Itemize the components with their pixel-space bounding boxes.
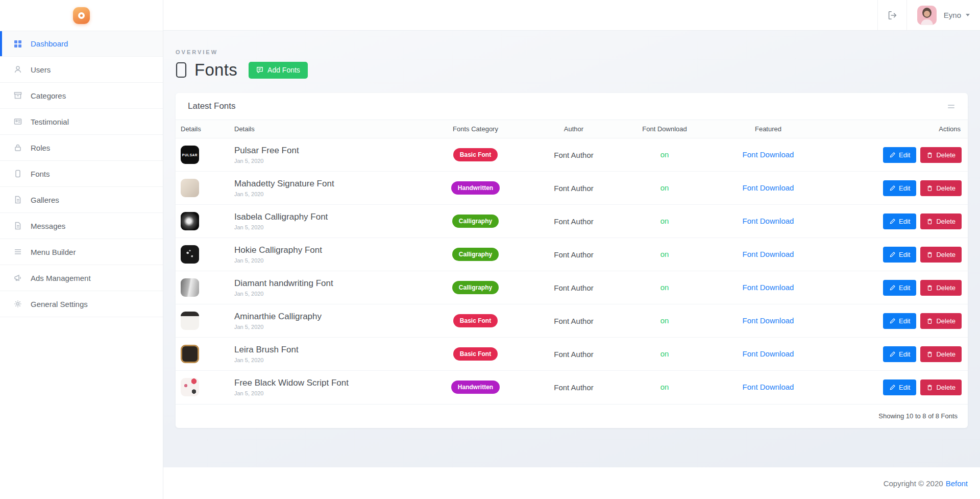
sidebar-item-fonts[interactable]: Fonts — [0, 161, 163, 187]
sidebar-item-galleres[interactable]: Galleres — [0, 187, 163, 213]
pulsar-thumbnail: PULSAR — [181, 146, 199, 164]
download-status: on — [660, 383, 669, 391]
download-status: on — [660, 349, 669, 358]
column-header-details-2: Details — [234, 120, 410, 138]
sidebar-item-general-settings[interactable]: General Settings — [0, 291, 163, 317]
sidebar-item-messages[interactable]: Messages — [0, 213, 163, 239]
sidebar-item-dashboard[interactable]: Dashboard — [0, 31, 163, 57]
font-title: Pulsar Free Font — [234, 146, 410, 156]
font-date: Jan 5, 2020 — [234, 357, 410, 363]
table-row: Free Black Widow Script FontJan 5, 2020H… — [176, 371, 968, 404]
list-icon — [13, 248, 22, 256]
font-title: Mahadetty Signature Font — [234, 179, 410, 189]
category-badge: Basic Font — [453, 347, 498, 361]
delete-button[interactable]: Delete — [920, 147, 962, 163]
edit-button[interactable]: Edit — [883, 180, 916, 196]
featured-download-link[interactable]: Font Download — [743, 250, 794, 258]
logout-button[interactable] — [878, 0, 906, 31]
grid-icon — [13, 39, 22, 48]
sidebar-item-testimonial[interactable]: Testimonial — [0, 109, 163, 135]
author-cell: Font Author — [541, 205, 607, 238]
add-fonts-button[interactable]: Add Fonts — [249, 62, 308, 79]
author-cell: Font Author — [541, 338, 607, 371]
category-badge: Calligraphy — [452, 281, 499, 294]
table-row: PULSARPulsar Free FontJan 5, 2020Basic F… — [176, 138, 968, 172]
font-date: Jan 5, 2020 — [234, 257, 410, 264]
edit-button[interactable]: Edit — [883, 213, 916, 229]
edit-button[interactable]: Edit — [883, 379, 916, 395]
delete-button[interactable]: Delete — [920, 180, 962, 196]
aminarthie-thumbnail — [181, 312, 199, 330]
featured-download-link[interactable]: Font Download — [743, 217, 794, 225]
font-date: Jan 5, 2020 — [234, 390, 410, 396]
card-options-icon[interactable] — [946, 103, 957, 110]
logout-icon — [887, 10, 898, 21]
category-badge: Handwritten — [451, 381, 500, 394]
font-book-icon — [256, 66, 263, 74]
font-title: Diamant handwriting Font — [234, 278, 410, 289]
sidebar-item-menu-builder[interactable]: Menu Builder — [0, 239, 163, 265]
author-cell: Font Author — [541, 172, 607, 205]
sidebar-item-label: Categores — [31, 91, 66, 100]
featured-download-link[interactable]: Font Download — [743, 383, 794, 391]
delete-button[interactable]: Delete — [920, 313, 962, 329]
edit-button[interactable]: Edit — [883, 346, 916, 362]
sidebar-item-users[interactable]: Users — [0, 57, 163, 83]
delete-button[interactable]: Delete — [920, 379, 962, 395]
download-status: on — [660, 316, 669, 325]
font-date: Jan 5, 2020 — [234, 224, 410, 230]
column-header-font-download: Font Download — [607, 120, 722, 138]
category-badge: Calligraphy — [452, 248, 499, 261]
category-badge: Basic Font — [453, 148, 498, 161]
author-cell: Font Author — [541, 271, 607, 304]
featured-download-link[interactable]: Font Download — [743, 183, 794, 192]
font-title: Isabela Calligraphy Font — [234, 212, 410, 222]
testimonial-icon — [13, 117, 22, 126]
file-icon — [13, 196, 22, 204]
tablet-icon — [13, 170, 22, 178]
sidebar-item-ads-management[interactable]: Ads Management — [0, 265, 163, 291]
topbar: Eyno — [163, 0, 980, 31]
table-summary: Showing 10 to 8 of 8 Fonts — [176, 404, 968, 428]
font-date: Jan 5, 2020 — [234, 324, 410, 330]
brand-logo[interactable] — [0, 0, 163, 31]
featured-download-link[interactable]: Font Download — [743, 150, 794, 159]
user-menu[interactable]: Eyno — [907, 0, 980, 31]
featured-download-link[interactable]: Font Download — [743, 316, 794, 325]
delete-button[interactable]: Delete — [920, 213, 962, 229]
sidebar-nav: DashboardUsersCategoresTestimonialRolesF… — [0, 31, 163, 317]
featured-download-link[interactable]: Font Download — [743, 283, 794, 292]
sidebar-item-label: Testimonial — [31, 117, 69, 126]
sidebar-item-categores[interactable]: Categores — [0, 83, 163, 109]
edit-button[interactable]: Edit — [883, 147, 916, 163]
featured-download-link[interactable]: Font Download — [743, 349, 794, 358]
sidebar-item-label: Ads Management — [31, 274, 91, 282]
sidebar: DashboardUsersCategoresTestimonialRolesF… — [0, 0, 163, 499]
column-header-author: Author — [541, 120, 607, 138]
delete-button[interactable]: Delete — [920, 280, 962, 296]
table-row: Diamant handwriting FontJan 5, 2020Calli… — [176, 271, 968, 304]
font-date: Jan 5, 2020 — [234, 291, 410, 297]
fonts-icon — [176, 62, 187, 78]
gear-icon — [13, 300, 22, 308]
befont-link[interactable]: Befont — [946, 479, 968, 488]
edit-button[interactable]: Edit — [883, 247, 916, 263]
author-cell: Font Author — [541, 138, 607, 172]
user-name: Eyno — [944, 11, 961, 19]
leira-thumbnail — [181, 345, 199, 363]
sidebar-item-roles[interactable]: Roles — [0, 135, 163, 161]
hokie-thumbnail — [181, 245, 199, 264]
font-title: Free Black Widow Script Font — [234, 378, 410, 388]
delete-button[interactable]: Delete — [920, 346, 962, 362]
table-row: Hokie Calligraphy FontJan 5, 2020Calligr… — [176, 238, 968, 271]
font-title: Leira Brush Font — [234, 345, 410, 355]
table-row: Mahadetty Signature FontJan 5, 2020Handw… — [176, 172, 968, 205]
sidebar-item-label: Fonts — [31, 170, 50, 178]
delete-button[interactable]: Delete — [920, 247, 962, 263]
edit-button[interactable]: Edit — [883, 313, 916, 329]
file-icon — [13, 222, 22, 230]
download-status: on — [660, 183, 669, 192]
edit-button[interactable]: Edit — [883, 280, 916, 296]
breadcrumb-overview: OVERVIEW — [176, 49, 968, 55]
lock-icon — [13, 144, 22, 152]
